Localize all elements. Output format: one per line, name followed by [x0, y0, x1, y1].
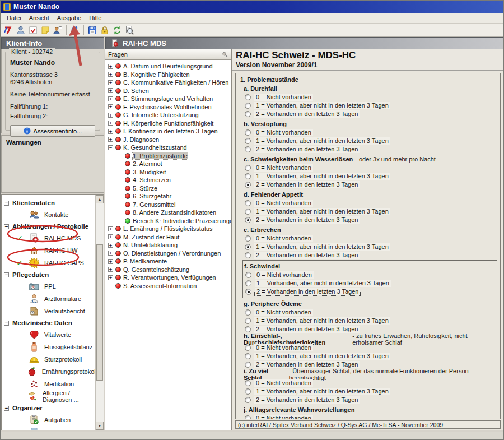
- sticky-note-button[interactable]: [39, 24, 52, 36]
- radio-option-row[interactable]: 2 = Vorhanden in den letzten 3 Tagen: [244, 396, 498, 404]
- tree-item-d-sehen[interactable]: +D. Sehen: [108, 87, 231, 95]
- collapse-box-icon[interactable]: −: [108, 145, 113, 150]
- tree-item-4-schmerzen[interactable]: 4. Schmerzen: [108, 176, 231, 184]
- refresh-blue-button[interactable]: [69, 24, 81, 36]
- radio-option-row[interactable]: 2 = Vorhanden in den letzten 3 Tagen: [244, 180, 498, 189]
- radio-button[interactable]: [245, 111, 251, 117]
- tree-item-8-andere-zustandsindikatoren[interactable]: 8. Andere Zustandsindikatoren: [108, 209, 231, 217]
- scroll-down-button[interactable]: ▼: [96, 422, 104, 430]
- radio-button[interactable]: [245, 165, 251, 171]
- expand-box-icon[interactable]: +: [108, 113, 113, 118]
- radio-option-row[interactable]: 1 = Vorhanden, aber nicht in den letzten…: [244, 172, 498, 180]
- expand-box-icon[interactable]: +: [108, 88, 113, 93]
- sidebar-item-sturzprotokoll[interactable]: ✓Sturzprotokoll: [4, 353, 95, 365]
- tree-item-7-genussmittel[interactable]: 7. Genussmittel: [108, 201, 231, 209]
- refresh-green-button[interactable]: [111, 24, 123, 36]
- expand-box-icon[interactable]: +: [108, 234, 113, 239]
- radio-option-row[interactable]: 2 = Vorhanden in den letzten 3 Tagen: [244, 288, 497, 296]
- radio-button[interactable]: [245, 103, 251, 109]
- sidebar-item-rai-hc-mds[interactable]: ✓RAI-HC MDS: [4, 232, 95, 244]
- tree-item-1-problemzust-nde[interactable]: 1. Problemzustände: [108, 152, 231, 160]
- sidebar-item-ppl[interactable]: ✓PPL: [4, 280, 95, 293]
- tree-item-c-kommunikative-f-higkeiten-h-ren[interactable]: +C. Kommunikative Fähigkeiten / Hören: [108, 78, 231, 87]
- tree-item-2-atemnot[interactable]: 2. Atemnot: [108, 160, 231, 168]
- radio-button[interactable]: [245, 217, 251, 223]
- radio-button[interactable]: [245, 362, 251, 368]
- radio-option-row[interactable]: 1 = Vorhanden, aber nicht in den letzten…: [244, 243, 498, 251]
- tree-item-r-verantwortungen-verf-gungen[interactable]: +R. Verantwortungen, Verfügungen: [108, 274, 231, 282]
- radio-option-row[interactable]: 0 = Nicht vorhanden: [244, 199, 498, 207]
- radio-option-row[interactable]: 0 = Nicht vorhanden: [244, 128, 498, 137]
- radio-button[interactable]: [245, 272, 251, 278]
- title-bar[interactable]: Muster Nando: [1, 1, 503, 13]
- tree-item-n-umfeldabkl-rung[interactable]: +N. Umfeldabklärung: [108, 241, 231, 249]
- collapse-box-icon[interactable]: −: [4, 224, 9, 229]
- nav-group-pflegedaten[interactable]: −Pflegedaten: [4, 269, 95, 280]
- expand-box-icon[interactable]: +: [108, 64, 113, 69]
- nav-group-abkl-rungen-protokolle[interactable]: −Abklärungen / Protokolle: [4, 221, 95, 232]
- sidebar-item-kontakte[interactable]: ✓Kontakte: [4, 209, 95, 221]
- nav-scrollbar[interactable]: ▲ ▼: [95, 195, 104, 430]
- expand-box-icon[interactable]: +: [108, 137, 113, 142]
- radio-button[interactable]: [245, 182, 251, 188]
- sidebar-item-allergien-diagnosen-[interactable]: ✓Allergien / Diagnosen ...: [4, 390, 95, 402]
- tree-item-m-zustand-der-haut[interactable]: +M. Zustand der Haut: [108, 233, 231, 242]
- expand-box-icon[interactable]: +: [108, 72, 113, 77]
- expand-box-icon[interactable]: +: [108, 121, 113, 126]
- radio-option-row[interactable]: 0 = Nicht vorhanden: [244, 234, 498, 243]
- user-speech-button[interactable]: [52, 24, 64, 36]
- radio-button[interactable]: [245, 173, 251, 179]
- tree-item-h-k-rperliche-funktionsf-higkeit[interactable]: +H. Körperliche Funktionsfähigkeit: [108, 119, 231, 128]
- radio-option-row[interactable]: 0 = Nicht vorhanden: [244, 414, 498, 419]
- tree-item-j-diagnosen[interactable]: +J. Diagnosen: [108, 136, 231, 144]
- menu-ansicht[interactable]: Ansicht: [25, 13, 53, 22]
- radio-option-row[interactable]: 0 = Nicht vorhanden: [244, 308, 498, 317]
- app-logo-button[interactable]: [2, 24, 15, 36]
- radio-option-row[interactable]: 1 = Vorhanden, aber nicht in den letzten…: [244, 137, 498, 145]
- nav-group-klientendaten[interactable]: −Klientendaten: [4, 197, 95, 209]
- expand-box-icon[interactable]: +: [108, 251, 113, 256]
- scroll-up-button[interactable]: ▲: [96, 195, 104, 203]
- radio-option-row[interactable]: 2 = Vorhanden in den letzten 3 Tagen: [244, 145, 498, 154]
- radio-option-row[interactable]: 2 = Vorhanden in den letzten 3 Tagen: [244, 110, 498, 118]
- radio-button[interactable]: [245, 289, 251, 295]
- radio-button[interactable]: [245, 94, 251, 100]
- radio-option-row[interactable]: 0 = Nicht vorhanden: [244, 271, 497, 279]
- radio-button[interactable]: [245, 318, 251, 324]
- assessmentinfo-button[interactable]: Assessmentinfo...: [10, 125, 95, 137]
- menu-datei[interactable]: Datei: [3, 13, 25, 22]
- expand-box-icon[interactable]: +: [108, 226, 113, 231]
- tree-item-5-st-rze[interactable]: 5. Stürze: [108, 184, 231, 193]
- radio-option-row[interactable]: 1 = Vorhanden, aber nicht in den letzten…: [244, 387, 498, 396]
- sidebar-item-medikation[interactable]: ✓Medikation: [4, 378, 95, 390]
- radio-option-row[interactable]: 1 = Vorhanden, aber nicht in den letzten…: [244, 279, 497, 288]
- radio-button[interactable]: [245, 415, 251, 419]
- tree-item-e-stimmungslage-und-verhalten[interactable]: +E. Stimmungslage und Verhalten: [108, 95, 231, 103]
- sidebar-item-verlaufsbericht[interactable]: ✓Verlaufsbericht: [4, 305, 95, 317]
- radio-option-row[interactable]: 0 = Nicht vorhanden: [244, 164, 498, 172]
- tree-item-6-sturzgefahr[interactable]: 6. Sturzgefahr: [108, 192, 231, 201]
- tree-item-g-informelle-unterst-tzung[interactable]: +G. Informelle Unterstützung: [108, 111, 231, 119]
- radio-button[interactable]: [245, 353, 251, 359]
- tree-item-l-ern-hrung-fl-ssigkeitsstatus[interactable]: +L. Ernährung / Flüssigkeitsstatus: [108, 225, 231, 233]
- expand-box-icon[interactable]: +: [108, 275, 113, 280]
- radio-option-row[interactable]: 1 = Vorhanden, aber nicht in den letzten…: [244, 101, 498, 110]
- radio-button[interactable]: [245, 200, 251, 206]
- tree-item-p-medikamente[interactable]: +P. Medikamente: [108, 257, 231, 266]
- expand-box-icon[interactable]: +: [108, 259, 113, 264]
- collapse-box-icon[interactable]: −: [4, 321, 9, 326]
- menu-ausgabe[interactable]: Ausgabe: [53, 13, 85, 22]
- radio-button[interactable]: [245, 380, 251, 386]
- expand-box-icon[interactable]: +: [108, 80, 113, 85]
- print-preview-button[interactable]: [123, 24, 136, 36]
- tree-item-3-m-digkeit[interactable]: 3. Müdigkeit: [108, 168, 231, 177]
- radio-button[interactable]: [245, 345, 251, 351]
- sidebar-item-vitalwerte[interactable]: ✓Vitalwerte: [4, 328, 95, 341]
- tree-item-f-psychosoziales-wohlbefinden[interactable]: +F. Psychosoziales Wohlbefinden: [108, 103, 231, 112]
- pin-icon[interactable]: [221, 51, 228, 58]
- tree-item-b-kognitive-f-higkeiten[interactable]: +B. Kognitive Fähigkeiten: [108, 71, 231, 79]
- radio-option-row[interactable]: 1 = Vorhanden, aber nicht in den letzten…: [244, 207, 498, 216]
- sidebar-item-rai-hc-hw[interactable]: ✓RAI-HC HW: [4, 244, 95, 257]
- scroll-thumb[interactable]: [96, 244, 103, 381]
- save-button[interactable]: [86, 24, 99, 36]
